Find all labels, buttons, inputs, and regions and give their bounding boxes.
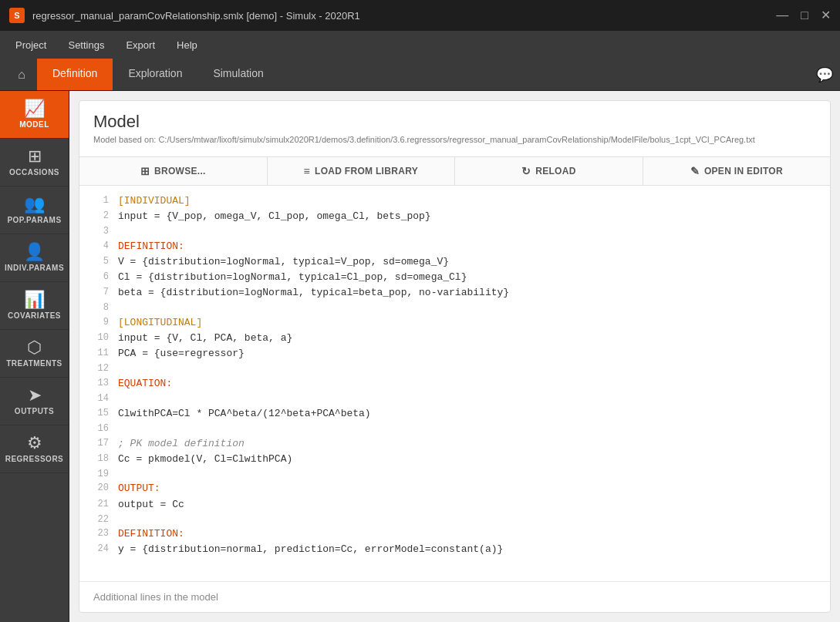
sidebar-item-outputs[interactable]: ➤OUTPUTS <box>0 378 69 425</box>
sidebar-item-covariates[interactable]: 📊COVARIATES <box>0 282 69 330</box>
indiv-params-icon: 👤 <box>24 244 45 261</box>
model-icon: 📈 <box>24 100 45 117</box>
menu-item-project[interactable]: Project <box>6 36 56 54</box>
model-toolbar: ⊞ BROWSE... ≡ LOAD FROM LIBRARY ↻ RELOAD… <box>79 156 830 186</box>
sidebar-label-indiv-params: INDIV.PARAMS <box>5 264 64 272</box>
code-line-22: 22 <box>79 513 830 527</box>
code-line-2: 2input = {V_pop, omega_V, Cl_pop, omega_… <box>79 209 830 224</box>
sidebar-item-model[interactable]: 📈MODEL <box>0 91 69 139</box>
code-line-13: 13EQUATION: <box>79 376 830 392</box>
line-number: 10 <box>87 331 109 346</box>
code-line-21: 21output = Cc <box>79 497 830 513</box>
line-content: input = {V_pop, omega_V, Cl_pop, omega_C… <box>118 209 822 224</box>
treatments-icon: ⬡ <box>27 339 42 356</box>
line-number: 22 <box>87 513 109 527</box>
line-number: 8 <box>87 301 109 315</box>
line-content: V = {distribution=logNormal, typical=V_p… <box>118 254 822 270</box>
line-content: PCA = {use=regressor} <box>118 346 822 361</box>
menu-item-export[interactable]: Export <box>116 36 164 54</box>
code-editor: 1[INDIVIDUAL]2input = {V_pop, omega_V, C… <box>79 186 830 581</box>
load-library-button[interactable]: ≡ LOAD FROM LIBRARY <box>268 157 456 185</box>
library-icon: ≡ <box>304 165 310 177</box>
code-line-23: 23DEFINITION: <box>79 526 830 542</box>
line-number: 1 <box>87 193 109 209</box>
code-line-11: 11PCA = {use=regressor} <box>79 346 830 361</box>
line-number: 6 <box>87 270 109 285</box>
editor-icon: ✎ <box>690 165 700 177</box>
sidebar-label-regressors: REGRESSORS <box>5 455 64 463</box>
line-content: input = {V, Cl, PCA, beta, a} <box>118 331 822 346</box>
tab-definition[interactable]: Definition <box>37 59 113 90</box>
window-controls: — □ ✕ <box>776 9 831 22</box>
code-line-18: 18Cc = pkmodel(V, Cl=ClwithPCA) <box>79 452 830 467</box>
line-number: 13 <box>87 376 109 392</box>
menu-item-help[interactable]: Help <box>167 36 207 54</box>
sidebar-label-treatments: TREATMENTS <box>6 359 62 368</box>
line-number: 18 <box>87 452 109 467</box>
line-number: 7 <box>87 285 109 301</box>
line-content: OUTPUT: <box>118 481 822 496</box>
line-content <box>118 513 822 527</box>
line-number: 14 <box>87 392 109 406</box>
line-content: ClwithPCA=Cl * PCA^beta/(12^beta+PCA^bet… <box>118 406 822 422</box>
browse-icon: ⊞ <box>140 165 150 177</box>
line-content <box>118 392 822 406</box>
code-line-5: 5V = {distribution=logNormal, typical=V_… <box>79 254 830 270</box>
chat-button[interactable]: 💬 <box>809 59 840 90</box>
code-line-14: 14 <box>79 392 830 406</box>
line-content: y = {distribution=normal, prediction=Cc,… <box>118 542 822 557</box>
line-content <box>118 301 822 315</box>
open-editor-button[interactable]: ✎ OPEN IN EDITOR <box>643 157 831 185</box>
regressors-icon: ⚙ <box>27 435 42 452</box>
line-number: 4 <box>87 239 109 254</box>
menu-bar: ProjectSettingsExportHelp <box>0 31 840 59</box>
tab-exploration[interactable]: Exploration <box>113 59 197 90</box>
window-title: regressor_manual_paramCovRelationship.sm… <box>32 10 768 22</box>
model-panel: Model Model based on: C:/Users/mtwar/lix… <box>79 100 831 613</box>
line-content: beta = {distribution=logNormal, typical=… <box>118 285 822 301</box>
additional-lines-section: Additional lines in the model <box>79 581 830 612</box>
line-number: 21 <box>87 497 109 513</box>
content-area: Model Model based on: C:/Users/mtwar/lix… <box>69 91 840 622</box>
pop-params-icon: 👥 <box>24 196 45 213</box>
close-button[interactable]: ✕ <box>821 9 831 22</box>
home-button[interactable]: ⌂ <box>6 59 37 90</box>
additional-lines-link[interactable]: Additional lines in the model <box>93 591 218 603</box>
covariates-icon: 📊 <box>24 291 45 308</box>
main-layout: 📈MODEL⊞OCCASIONS👥POP.PARAMS👤INDIV.PARAMS… <box>0 91 840 622</box>
line-number: 11 <box>87 346 109 361</box>
code-line-4: 4DEFINITION: <box>79 239 830 254</box>
browse-button[interactable]: ⊞ BROWSE... <box>79 157 268 185</box>
line-content: Cl = {distribution=logNormal, typical=Cl… <box>118 270 822 285</box>
code-line-6: 6Cl = {distribution=logNormal, typical=C… <box>79 270 830 285</box>
line-number: 17 <box>87 436 109 452</box>
line-number: 3 <box>87 224 109 239</box>
sidebar-label-occasions: OCCASIONS <box>9 168 59 177</box>
sidebar-item-occasions[interactable]: ⊞OCCASIONS <box>0 139 69 187</box>
sidebar-item-regressors[interactable]: ⚙REGRESSORS <box>0 425 69 473</box>
code-line-8: 8 <box>79 301 830 315</box>
reload-button[interactable]: ↻ RELOAD <box>455 157 643 185</box>
code-line-15: 15ClwithPCA=Cl * PCA^beta/(12^beta+PCA^b… <box>79 406 830 422</box>
line-number: 16 <box>87 422 109 436</box>
line-number: 19 <box>87 467 109 482</box>
tab-simulation[interactable]: Simulation <box>197 59 278 90</box>
sidebar-label-outputs: OUTPUTS <box>15 407 54 415</box>
minimize-button[interactable]: — <box>776 9 788 22</box>
sidebar-item-indiv-params[interactable]: 👤INDIV.PARAMS <box>0 234 69 282</box>
line-content: [LONGITUDINAL] <box>118 315 822 331</box>
line-number: 23 <box>87 526 109 542</box>
sidebar-item-treatments[interactable]: ⬡TREATMENTS <box>0 330 69 378</box>
menu-item-settings[interactable]: Settings <box>59 36 113 54</box>
line-content: output = Cc <box>118 497 822 513</box>
line-number: 2 <box>87 209 109 224</box>
maximize-button[interactable]: □ <box>801 9 808 22</box>
outputs-icon: ➤ <box>28 387 42 404</box>
sidebar-item-pop-params[interactable]: 👥POP.PARAMS <box>0 187 69 234</box>
line-number: 9 <box>87 315 109 331</box>
line-number: 5 <box>87 254 109 270</box>
sidebar-label-covariates: COVARIATES <box>8 311 61 320</box>
line-content <box>118 422 822 436</box>
line-content: Cc = pkmodel(V, Cl=ClwithPCA) <box>118 452 822 467</box>
code-line-24: 24y = {distribution=normal, prediction=C… <box>79 542 830 557</box>
